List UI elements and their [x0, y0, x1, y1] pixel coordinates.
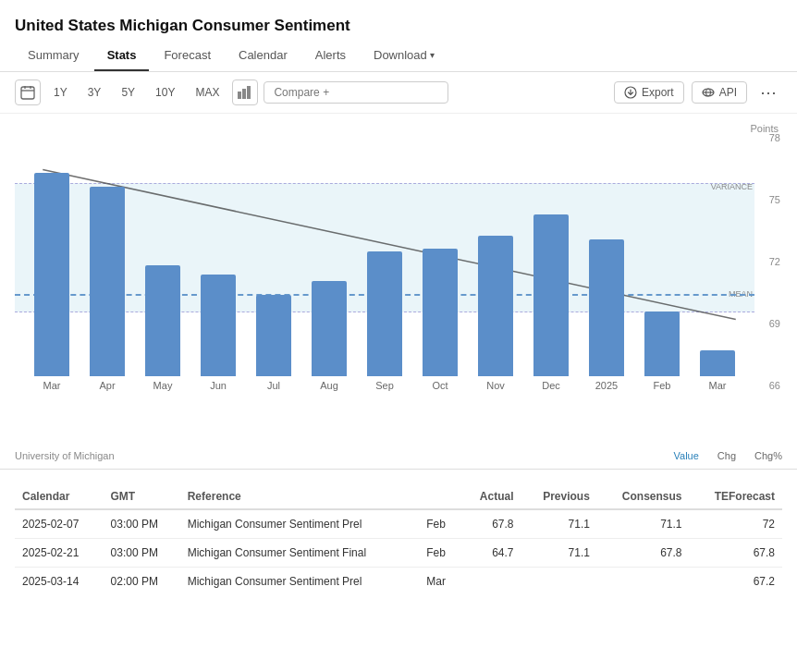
bar-group-nov: Nov: [468, 236, 523, 391]
cell-ref-3: Michigan Consumer Sentiment Prel: [180, 568, 420, 596]
table-section: Calendar GMT Reference Actual Previous C…: [0, 470, 797, 610]
chart-type-icon[interactable]: [232, 79, 258, 105]
col-header-gmt: GMT: [104, 484, 180, 509]
bar-nov[interactable]: [478, 236, 513, 376]
period-5y-button[interactable]: 5Y: [114, 82, 142, 103]
footer-chg-pct-label: Chg%: [754, 450, 782, 461]
col-header-actual: Actual: [461, 484, 521, 509]
bar-mar2[interactable]: [700, 350, 735, 376]
bar-label-aug: Aug: [320, 380, 338, 391]
bar-feb[interactable]: [644, 312, 680, 376]
bar-label-oct: Oct: [432, 380, 448, 391]
more-options-button[interactable]: ⋯: [754, 80, 782, 104]
bar-aug[interactable]: [312, 281, 347, 376]
export-button[interactable]: Export: [614, 81, 684, 104]
bar-mar1[interactable]: [34, 173, 69, 376]
period-max-button[interactable]: MAX: [188, 82, 227, 103]
cell-date-2: 2025-02-21: [15, 539, 104, 568]
y-axis: 78 75 72 69 66: [767, 132, 782, 391]
col-header-calendar: Calendar: [15, 484, 104, 509]
svg-rect-0: [21, 87, 34, 99]
bar-label-2025: 2025: [595, 380, 618, 391]
tab-summary[interactable]: Summary: [15, 41, 92, 71]
y-label-69: 69: [769, 318, 780, 329]
table-row: 2025-02-21 03:00 PM Michigan Consumer Se…: [15, 539, 782, 568]
cell-consensus-2: 67.8: [597, 539, 690, 568]
y-label-78: 78: [769, 132, 780, 143]
bar-dec[interactable]: [533, 214, 569, 376]
bar-label-feb: Feb: [654, 380, 671, 391]
export-label: Export: [642, 86, 674, 99]
bar-apr[interactable]: [90, 187, 125, 376]
bar-label-may: May: [153, 380, 173, 391]
svg-rect-5: [242, 89, 246, 99]
cell-previous-2: 71.1: [521, 539, 597, 568]
chart-footer-right: Value Chg Chg%: [674, 450, 782, 461]
data-table: Calendar GMT Reference Actual Previous C…: [15, 484, 782, 595]
bar-label-mar2: Mar: [709, 380, 727, 391]
bar-oct[interactable]: [423, 249, 458, 376]
chart-area: Points VARIANCE MEAN Mar: [0, 114, 797, 446]
bar-group-aug: Aug: [301, 281, 357, 391]
cell-ref-period-3: Mar: [419, 568, 460, 596]
period-1y-button[interactable]: 1Y: [46, 82, 75, 103]
bar-may[interactable]: [145, 265, 180, 376]
svg-rect-6: [247, 86, 251, 99]
bar-group-mar2: Mar: [690, 350, 745, 391]
bar-group-may: May: [135, 265, 190, 391]
bar-group-jul: Jul: [246, 295, 301, 391]
footer-value-link[interactable]: Value: [674, 450, 699, 461]
cell-ref-2: Michigan Consumer Sentiment Final: [180, 539, 420, 568]
bar-label-nov: Nov: [486, 380, 505, 391]
tab-alerts[interactable]: Alerts: [302, 41, 359, 71]
bar-group-jun: Jun: [190, 275, 246, 391]
cell-teforecast-1: 72: [690, 509, 783, 539]
y-label-66: 66: [769, 380, 780, 391]
bar-label-sep: Sep: [375, 380, 394, 391]
tab-stats[interactable]: Stats: [94, 41, 150, 71]
bar-group-dec: Dec: [523, 214, 579, 391]
page-title: United States Michigan Consumer Sentimen…: [0, 9, 797, 41]
cell-actual-3: [461, 568, 521, 596]
footer-chg-label: Chg: [717, 450, 736, 461]
cell-ref-1: Michigan Consumer Sentiment Prel: [180, 509, 420, 539]
cell-actual-2: 64.7: [461, 539, 521, 568]
bar-group-sep: Sep: [357, 251, 412, 391]
col-header-teforecast: TEForecast: [690, 484, 783, 509]
calendar-icon[interactable]: [15, 79, 41, 105]
chart-container: VARIANCE MEAN Mar Apr: [15, 132, 782, 419]
bar-label-apr: Apr: [99, 380, 115, 391]
cell-gmt-3: 02:00 PM: [104, 568, 180, 596]
toolbar: 1Y 3Y 5Y 10Y MAX Export: [0, 72, 797, 114]
svg-rect-4: [238, 92, 241, 99]
cell-teforecast-3: 67.2: [690, 568, 783, 596]
tab-calendar[interactable]: Calendar: [226, 41, 300, 71]
bar-group-feb: Feb: [634, 312, 690, 391]
tab-download[interactable]: Download: [361, 41, 448, 71]
chart-source: University of Michigan: [15, 450, 115, 461]
bars-area: Mar Apr May Jun Jul: [15, 132, 754, 391]
cell-consensus-3: [597, 568, 690, 596]
bar-jun[interactable]: [201, 275, 236, 376]
bar-label-mar1: Mar: [43, 380, 61, 391]
bar-2025[interactable]: [589, 239, 624, 376]
toolbar-left: 1Y 3Y 5Y 10Y MAX: [15, 79, 448, 105]
bar-group-2025: 2025: [579, 239, 634, 391]
compare-input[interactable]: [264, 81, 448, 104]
cell-teforecast-2: 67.8: [690, 539, 783, 568]
period-3y-button[interactable]: 3Y: [80, 82, 109, 103]
bar-jul[interactable]: [256, 295, 291, 376]
bar-sep[interactable]: [367, 251, 402, 376]
col-header-consensus: Consensus: [597, 484, 690, 509]
cell-actual-1: 67.8: [461, 509, 521, 539]
col-header-previous: Previous: [521, 484, 597, 509]
y-label-72: 72: [769, 256, 780, 267]
y-label-75: 75: [769, 194, 780, 205]
api-label: API: [719, 86, 737, 99]
period-10y-button[interactable]: 10Y: [148, 82, 182, 103]
bar-group-apr: Apr: [80, 187, 135, 391]
api-button[interactable]: API: [692, 81, 747, 104]
cell-date-1: 2025-02-07: [15, 509, 104, 539]
tab-forecast[interactable]: Forecast: [151, 41, 224, 71]
cell-ref-period-1: Feb: [419, 509, 460, 539]
